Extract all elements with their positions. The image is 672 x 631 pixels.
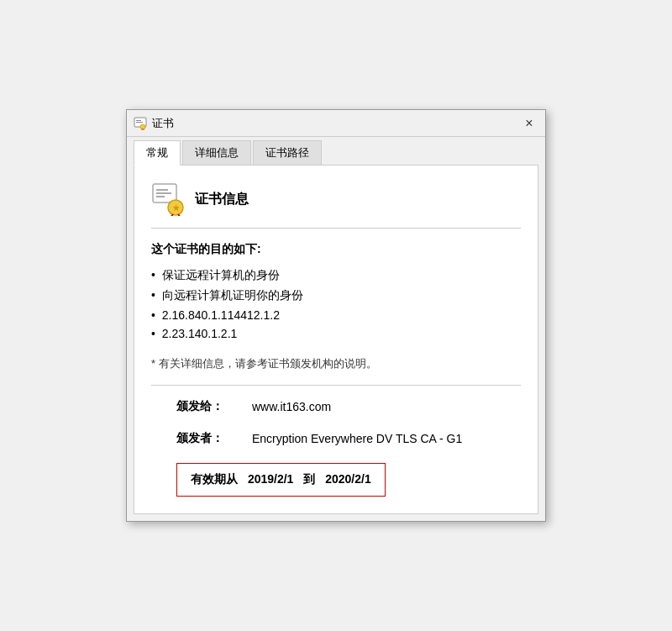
validity-from: 2019/2/1: [248, 472, 294, 486]
issued-to-label: 颁发给：: [176, 399, 235, 414]
title-bar: 证书 ×: [127, 110, 545, 137]
purpose-section: 这个证书的目的如下: 保证远程计算机的身份 向远程计算机证明你的身份 2.16.…: [151, 242, 521, 343]
dialog-window: 证书 × 常规 详细信息 证书路径 ★ 证书信: [126, 109, 546, 522]
validity-to-label: 到: [303, 472, 315, 486]
svg-rect-2: [136, 122, 143, 123]
cert-info-title: 证书信息: [195, 191, 249, 208]
tab-detail[interactable]: 详细信息: [182, 140, 251, 165]
divider: [151, 385, 521, 386]
svg-rect-7: [156, 189, 168, 191]
window-title: 证书: [152, 116, 174, 131]
issued-to-value: www.it163.com: [252, 400, 331, 413]
close-button[interactable]: ×: [520, 114, 538, 133]
purpose-list: 保证远程计算机的身份 向远程计算机证明你的身份 2.16.840.1.11441…: [151, 266, 521, 343]
issued-by-row: 颁发者： Encryption Everywhere DV TLS CA - G…: [151, 431, 521, 446]
tab-general[interactable]: 常规: [134, 140, 181, 166]
svg-rect-8: [156, 192, 171, 194]
issued-by-label: 颁发者：: [176, 431, 235, 446]
purpose-item-1: 保证远程计算机的身份: [151, 266, 521, 286]
tab-path[interactable]: 证书路径: [253, 140, 322, 165]
issued-to-row: 颁发给： www.it163.com: [151, 399, 521, 414]
purpose-item-2: 向远程计算机证明你的身份: [151, 286, 521, 306]
purpose-item-3: 2.16.840.1.114412.1.2: [151, 306, 521, 324]
svg-rect-9: [156, 196, 165, 197]
note-text: * 有关详细信息，请参考证书颁发机构的说明。: [151, 356, 521, 371]
cert-header: ★ 证书信息: [151, 182, 521, 229]
tab-bar: 常规 详细信息 证书路径: [127, 137, 545, 165]
issued-by-value: Encryption Everywhere DV TLS CA - G1: [252, 432, 462, 445]
purpose-item-4: 2.23.140.1.2.1: [151, 324, 521, 343]
content-area: ★ 证书信息 这个证书的目的如下: 保证远程计算机的身份 向远程计算机证明你的身…: [134, 165, 538, 514]
svg-point-3: [140, 124, 145, 129]
cert-icon: ★: [151, 182, 185, 216]
certificate-title-icon: [134, 117, 147, 130]
validity-to: 2020/2/1: [325, 472, 371, 486]
validity-box: 有效期从 2019/2/1 到 2020/2/1: [176, 463, 386, 497]
purpose-title: 这个证书的目的如下:: [151, 242, 521, 257]
svg-rect-1: [136, 120, 141, 121]
validity-label: 有效期从: [191, 472, 238, 486]
title-bar-left: 证书: [134, 116, 174, 131]
svg-text:★: ★: [172, 203, 181, 213]
